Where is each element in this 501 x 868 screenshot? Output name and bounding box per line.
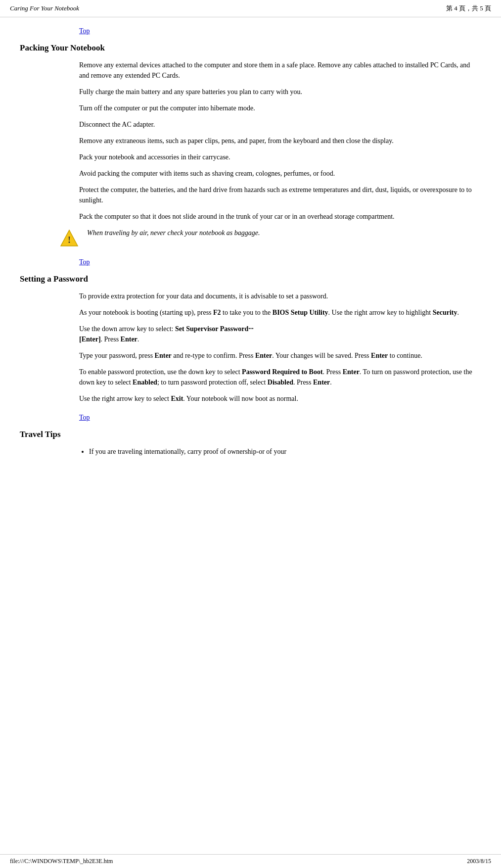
packing-para-7: Avoid packing the computer with items su… [79,168,481,179]
section-travel-body: If you are traveling internationally, ca… [79,446,481,457]
packing-para-3: Turn off the computer or put the compute… [79,103,481,113]
password-para-3: Use the down arrow key to select: Set Su… [79,324,481,344]
section-password-body: To provide extra protection for your dat… [79,291,481,404]
warning-box: ! When traveling by air, never check you… [59,228,481,248]
section-password: Setting a Password To provide extra prot… [20,274,481,404]
packing-para-5: Remove any extraneous items, such as pap… [79,136,481,146]
section-packing-heading: Packing Your Notebook [20,43,481,53]
password-para-5: To enable password protection, use the d… [79,367,481,387]
page-title: Caring For Your Notebook [10,4,79,12]
footer-date: 2003/8/15 [467,858,491,865]
section-packing: Packing Your Notebook Remove any externa… [20,43,481,248]
warning-text: When traveling by air, never check your … [87,228,260,238]
footer-path: file:///C:\WINDOWS\TEMP\_hb2E3E.htm [10,858,113,865]
section-password-heading: Setting a Password [20,274,481,284]
top-link-1[interactable]: Top [79,27,90,35]
section-packing-body: Remove any external devices attached to … [79,60,481,222]
svg-text:!: ! [68,235,71,245]
packing-para-2: Fully charge the main battery and any sp… [79,87,481,97]
page-pagination: 第 4 頁，共 5 頁 [446,4,491,13]
section-travel: Travel Tips If you are traveling interna… [20,430,481,457]
password-para-4: Type your password, press Enter and re-t… [79,350,481,361]
packing-para-6: Pack your notebook and accessories in th… [79,152,481,162]
password-para-6: Use the right arrow key to select Exit. … [79,393,481,404]
top-link-3[interactable]: Top [79,414,90,422]
packing-para-8: Protect the computer, the batteries, and… [79,185,481,205]
page-footer: file:///C:\WINDOWS\TEMP\_hb2E3E.htm 2003… [0,854,501,868]
top-link-2[interactable]: Top [79,258,90,266]
packing-para-1: Remove any external devices attached to … [79,60,481,81]
password-para-1: To provide extra protection for your dat… [79,291,481,301]
travel-tips-list: If you are traveling internationally, ca… [89,446,481,457]
page-header: Caring For Your Notebook 第 4 頁，共 5 頁 [0,0,501,17]
packing-para-9: Pack the computer so that it does not sl… [79,211,481,222]
travel-tip-1: If you are traveling internationally, ca… [89,446,481,457]
warning-icon: ! [59,229,79,248]
password-para-2: As your notebook is booting (starting up… [79,307,481,318]
section-travel-heading: Travel Tips [20,430,481,439]
packing-para-4: Disconnect the AC adapter. [79,119,481,130]
main-content: Top Packing Your Notebook Remove any ext… [0,17,501,486]
